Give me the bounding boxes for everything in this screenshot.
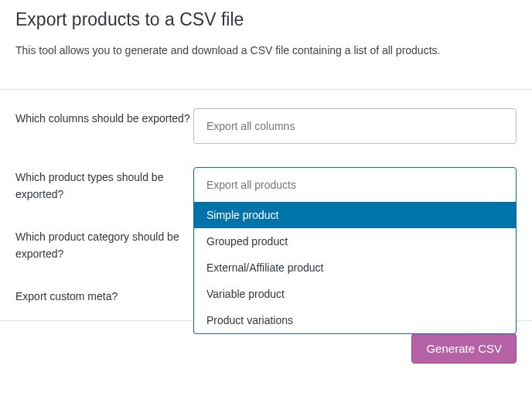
types-option-variations[interactable]: Product variations <box>194 307 516 333</box>
category-label: Which product category should be exporte… <box>15 227 193 263</box>
types-select[interactable]: Export all products <box>193 167 517 203</box>
types-dropdown: Simple product Grouped product External/… <box>193 202 517 334</box>
columns-select[interactable]: Export all columns <box>193 108 517 144</box>
types-option-simple[interactable]: Simple product <box>194 202 516 228</box>
types-option-grouped[interactable]: Grouped product <box>194 228 516 254</box>
meta-label: Export custom meta? <box>15 286 193 305</box>
page-description: This tool allows you to generate and dow… <box>15 44 517 56</box>
types-option-variable[interactable]: Variable product <box>194 281 516 307</box>
types-option-external[interactable]: External/Affiliate product <box>194 254 516 281</box>
types-label: Which product types should be exported? <box>15 167 193 203</box>
page-title: Export products to a CSV file <box>15 9 517 30</box>
columns-label: Which columns should be exported? <box>15 108 193 127</box>
generate-csv-button[interactable]: Generate CSV <box>411 333 517 364</box>
